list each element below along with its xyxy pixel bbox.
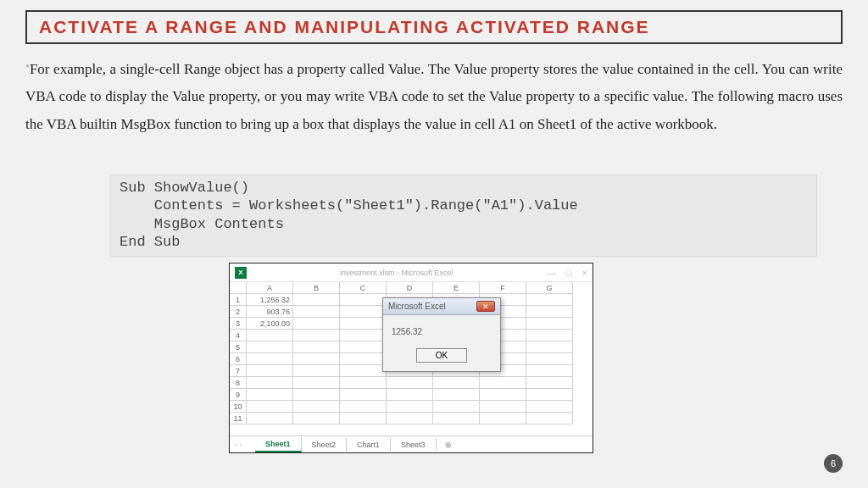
cell-a1[interactable]: 1,256.32 (247, 294, 293, 306)
col-header[interactable]: E (433, 282, 480, 294)
msgbox-title-text: Microsoft Excel (388, 302, 446, 311)
msgbox-dialog: Microsoft Excel ✕ 1256.32 OK (382, 297, 501, 372)
add-sheet-icon[interactable]: ⊕ (437, 441, 460, 449)
cell[interactable] (433, 377, 480, 389)
cell[interactable] (293, 377, 340, 389)
cell[interactable] (433, 389, 480, 401)
cell[interactable] (340, 330, 387, 341)
cell[interactable] (387, 413, 433, 424)
row-header[interactable]: 10 (230, 401, 247, 413)
cell[interactable] (293, 341, 340, 353)
cell[interactable] (526, 294, 573, 306)
row-header[interactable]: 8 (230, 377, 247, 389)
cell[interactable] (293, 306, 340, 318)
sheet-tabs: ‹ › Sheet1 Sheet2 Chart1 Sheet3 ⊕ (230, 435, 593, 452)
cell[interactable] (387, 401, 433, 413)
col-header[interactable]: C (340, 282, 387, 294)
select-all-corner[interactable] (230, 282, 247, 294)
cell[interactable] (247, 353, 293, 365)
cell[interactable] (340, 401, 387, 413)
cell[interactable] (526, 318, 573, 330)
body-text-content: For example, a single-cell Range object … (25, 61, 843, 132)
cell[interactable] (247, 401, 293, 413)
cell[interactable] (526, 330, 573, 341)
cell[interactable] (433, 413, 480, 424)
col-header[interactable]: B (293, 282, 340, 294)
cell[interactable] (247, 341, 293, 353)
excel-titlebar: X investment.xlsm - Microsoft Excel — □ … (230, 263, 593, 282)
cell[interactable] (340, 377, 387, 389)
cell[interactable] (340, 341, 387, 353)
cell[interactable] (526, 353, 573, 365)
cell[interactable] (526, 306, 573, 318)
cell[interactable] (247, 330, 293, 341)
col-header[interactable]: D (387, 282, 433, 294)
cell[interactable] (433, 401, 480, 413)
cell[interactable] (340, 389, 387, 401)
cell[interactable] (293, 330, 340, 341)
row-header[interactable]: 2 (230, 306, 247, 318)
row-header[interactable]: 9 (230, 389, 247, 401)
cell[interactable] (293, 353, 340, 365)
row-header[interactable]: 4 (230, 330, 247, 341)
page-title: ACTIVATE A RANGE AND MANIPULATING ACTIVA… (39, 17, 829, 37)
row-header[interactable]: 3 (230, 318, 247, 330)
minimize-icon[interactable]: — (547, 268, 556, 278)
cell[interactable] (526, 341, 573, 353)
cell[interactable] (293, 413, 340, 424)
cell[interactable] (293, 389, 340, 401)
excel-icon: X (235, 267, 247, 279)
close-icon[interactable]: × (582, 268, 587, 278)
cell[interactable] (480, 413, 526, 424)
cell[interactable] (480, 401, 526, 413)
cell-a2[interactable]: 903.76 (247, 306, 293, 318)
cell[interactable] (247, 413, 293, 424)
code-block: Sub ShowValue() Contents = Worksheets("S… (110, 175, 817, 257)
cell[interactable] (340, 306, 387, 318)
cell[interactable] (340, 318, 387, 330)
cell[interactable] (247, 365, 293, 377)
excel-window-title: investment.xlsm - Microsoft Excel (340, 269, 547, 277)
msgbox-titlebar: Microsoft Excel ✕ (383, 298, 500, 315)
cell[interactable] (526, 413, 573, 424)
cell[interactable] (526, 365, 573, 377)
row-header[interactable]: 1 (230, 294, 247, 306)
cell[interactable] (480, 389, 526, 401)
cell[interactable] (526, 377, 573, 389)
msgbox-content: 1256.32 (383, 315, 500, 343)
row-header[interactable]: 7 (230, 365, 247, 377)
tab-nav-icon[interactable]: ‹ › (235, 441, 242, 449)
cell[interactable] (340, 413, 387, 424)
cell[interactable] (340, 365, 387, 377)
maximize-icon[interactable]: □ (566, 268, 572, 278)
page-number: 6 (824, 454, 843, 473)
cell[interactable] (293, 401, 340, 413)
msgbox-close-icon[interactable]: ✕ (476, 301, 495, 312)
cell[interactable] (480, 377, 526, 389)
cell[interactable] (387, 389, 433, 401)
row-header[interactable]: 6 (230, 353, 247, 365)
excel-window: X investment.xlsm - Microsoft Excel — □ … (229, 263, 593, 453)
cell[interactable] (526, 401, 573, 413)
tab-sheet3[interactable]: Sheet3 (391, 438, 437, 452)
title-container: ACTIVATE A RANGE AND MANIPULATING ACTIVA… (25, 10, 843, 44)
cell[interactable] (526, 389, 573, 401)
tab-chart1[interactable]: Chart1 (347, 438, 391, 452)
cell[interactable] (340, 294, 387, 306)
row-header[interactable]: 5 (230, 341, 247, 353)
col-header[interactable]: A (247, 282, 293, 294)
cell[interactable] (293, 294, 340, 306)
col-header[interactable]: G (526, 282, 573, 294)
cell[interactable] (387, 377, 433, 389)
cell-a3[interactable]: 2,100.00 (247, 318, 293, 330)
cell[interactable] (247, 377, 293, 389)
cell[interactable] (247, 389, 293, 401)
col-header[interactable]: F (480, 282, 526, 294)
row-header[interactable]: 11 (230, 413, 247, 424)
tab-sheet1[interactable]: Sheet1 (255, 437, 302, 452)
cell[interactable] (293, 318, 340, 330)
cell[interactable] (293, 365, 340, 377)
tab-sheet2[interactable]: Sheet2 (302, 438, 348, 452)
msgbox-ok-button[interactable]: OK (416, 348, 467, 363)
cell[interactable] (340, 353, 387, 365)
